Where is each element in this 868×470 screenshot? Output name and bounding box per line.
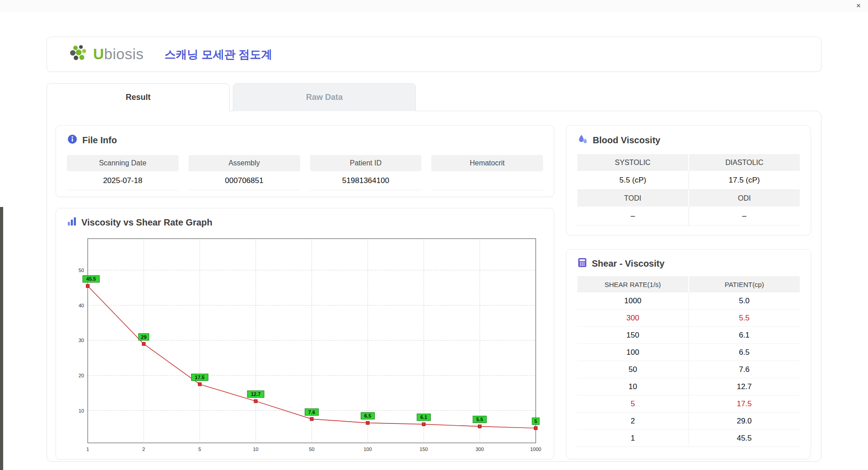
svg-text:45.5: 45.5	[86, 276, 96, 282]
bv-value-row-1: 5.5 (cP) 17.5 (cP)	[577, 171, 800, 190]
shear-viscosity-row: 10005.0	[577, 292, 800, 310]
bar-chart-icon	[67, 216, 77, 229]
file-info-field-value: 51981364100	[310, 171, 422, 190]
close-icon[interactable]: ×	[856, 1, 861, 10]
svg-text:6.1: 6.1	[420, 414, 427, 420]
svg-text:10: 10	[253, 446, 258, 452]
window-titlebar: ×	[0, 0, 868, 12]
file-info-field: Patient ID51981364100	[310, 155, 422, 190]
file-info-field-label: Scanning Date	[67, 155, 179, 171]
logo-text-accent: U	[93, 46, 104, 62]
shear-viscosity-row: 507.6	[577, 361, 800, 378]
diastolic-label: DIASTOLIC	[689, 154, 800, 171]
diastolic-value: 17.5 (cP)	[689, 171, 800, 190]
blood-viscosity-title-row: Blood Viscosity	[577, 134, 800, 147]
file-info-field: Hematocrit	[431, 155, 543, 190]
file-info-field-label: Hematocrit	[431, 155, 543, 171]
ubiosis-logo-icon	[69, 44, 90, 65]
patient-viscosity-value: 6.1	[689, 327, 800, 343]
logo-text: Ubiosis	[93, 46, 144, 63]
tab-raw-data[interactable]: Raw Data	[233, 83, 416, 111]
tab-bar: Result Raw Data	[47, 83, 416, 111]
file-info-fields: Scanning Date2025-07-18Assembly000706851…	[67, 155, 543, 190]
svg-text:2: 2	[142, 446, 145, 452]
shear-viscosity-row: 145.5	[577, 430, 800, 447]
svg-text:1000: 1000	[530, 446, 541, 452]
svg-text:6.5: 6.5	[364, 413, 371, 418]
bv-header-row-1: SYSTOLIC DIASTOLIC	[577, 154, 800, 171]
systolic-label: SYSTOLIC	[577, 154, 689, 171]
shear-rate-value: 2	[577, 413, 689, 429]
file-info-field-label: Assembly	[189, 155, 300, 171]
blood-viscosity-card: Blood Viscosity SYSTOLIC DIASTOLIC 5.5 (…	[566, 125, 811, 235]
svg-text:5: 5	[534, 418, 537, 424]
shear-rate-value: 10	[577, 378, 689, 395]
patient-viscosity-value: 5.0	[689, 292, 800, 309]
shear-rate-value: 1000	[577, 292, 689, 309]
bv-value-row-2: – –	[577, 207, 800, 226]
shear-viscosity-row: 3005.5	[577, 310, 800, 327]
file-info-field: Assembly000706851	[189, 155, 300, 190]
shear-viscosity-header-row: SHEAR RATE(1/s) PATIENT(cp)	[577, 276, 800, 292]
shear-viscosity-row: 229.0	[577, 413, 800, 430]
blood-viscosity-table: SYSTOLIC DIASTOLIC 5.5 (cP) 17.5 (cP) TO…	[577, 154, 800, 226]
shear-viscosity-row: 1506.1	[577, 327, 800, 344]
svg-text:40: 40	[79, 303, 84, 308]
file-info-title: File Info	[82, 135, 117, 146]
patient-viscosity-value: 6.5	[689, 344, 800, 361]
right-column: Blood Viscosity SYSTOLIC DIASTOLIC 5.5 (…	[566, 125, 811, 459]
svg-text:50: 50	[309, 446, 314, 452]
result-panel: File Info Scanning Date2025-07-18Assembl…	[47, 111, 821, 462]
viscosity-graph-card: Viscosity vs Shear Rate Graph 1020304050…	[56, 208, 554, 460]
file-info-field: Scanning Date2025-07-18	[67, 155, 179, 190]
info-icon	[67, 134, 78, 147]
patient-viscosity-value: 45.5	[689, 430, 800, 446]
shear-viscosity-table: SHEAR RATE(1/s) PATIENT(cp) 10005.03005.…	[577, 276, 800, 447]
svg-text:29: 29	[141, 334, 146, 340]
shear-rate-value: 1	[577, 430, 689, 446]
svg-text:10: 10	[79, 408, 84, 414]
bv-header-row-2: TODI ODI	[577, 190, 800, 207]
shear-viscosity-rows: 10005.03005.51506.11006.5507.61012.7517.…	[577, 292, 800, 447]
patient-viscosity-value: 17.5	[689, 395, 800, 412]
file-info-field-value	[431, 171, 543, 190]
desktop-edge	[0, 207, 3, 470]
shear-viscosity-title-row: Shear - Viscosity	[577, 258, 800, 270]
svg-text:20: 20	[79, 373, 84, 378]
shear-viscosity-row: 517.5	[577, 395, 800, 413]
left-column: File Info Scanning Date2025-07-18Assembl…	[56, 125, 554, 460]
patient-viscosity-value: 5.5	[689, 310, 800, 326]
shear-viscosity-card: Shear - Viscosity SHEAR RATE(1/s) PATIEN…	[566, 249, 811, 459]
patient-viscosity-value: 7.6	[689, 361, 800, 378]
file-info-field-value: 2025-07-18	[67, 171, 179, 190]
tab-result[interactable]: Result	[47, 83, 230, 111]
shear-viscosity-row: 1006.5	[577, 344, 800, 361]
app-logo: Ubiosis	[69, 44, 144, 65]
file-info-field-value: 000706851	[189, 171, 300, 190]
file-info-field-label: Patient ID	[310, 155, 422, 171]
odi-label: ODI	[689, 190, 800, 207]
shear-rate-value: 100	[577, 344, 689, 361]
svg-text:12.7: 12.7	[251, 391, 260, 397]
svg-text:17.5: 17.5	[195, 375, 204, 380]
shear-rate-value: 5	[577, 395, 689, 412]
svg-text:300: 300	[476, 446, 484, 452]
blood-viscosity-title: Blood Viscosity	[593, 135, 660, 146]
shear-rate-value: 50	[577, 361, 689, 378]
todi-label: TODI	[577, 190, 689, 207]
svg-text:30: 30	[79, 338, 84, 343]
svg-text:100: 100	[363, 446, 372, 452]
file-info-title-row: File Info	[67, 134, 543, 147]
svg-text:1: 1	[86, 446, 89, 452]
shear-viscosity-title: Shear - Viscosity	[592, 258, 665, 269]
shear-rate-value: 300	[577, 310, 689, 326]
droplet-icon	[577, 134, 588, 147]
svg-text:5: 5	[198, 446, 201, 452]
graph-title-row: Viscosity vs Shear Rate Graph	[67, 216, 543, 229]
patient-viscosity-value: 29.0	[689, 413, 800, 429]
svg-text:7.6: 7.6	[308, 409, 315, 415]
svg-text:50: 50	[79, 268, 84, 273]
systolic-value: 5.5 (cP)	[577, 171, 689, 190]
logo-text-rest: biosis	[104, 46, 143, 62]
shear-rate-value: 150	[577, 327, 689, 343]
